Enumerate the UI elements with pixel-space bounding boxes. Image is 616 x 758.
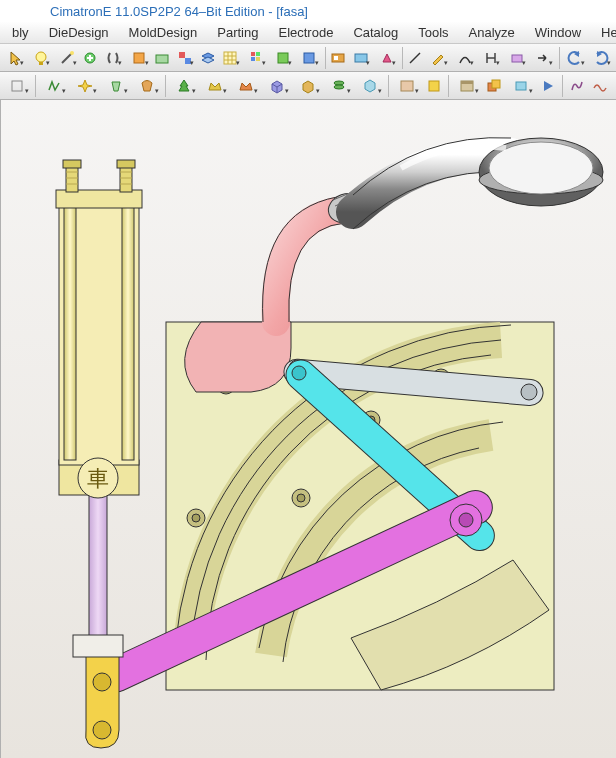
- svg-rect-24: [401, 81, 413, 91]
- layer-icon[interactable]: [483, 75, 505, 97]
- crown-icon[interactable]: [200, 75, 230, 97]
- title-text: CimatronE 11.0SP2P2 64–Bit Edition - [fa…: [50, 4, 308, 19]
- viewport-3d[interactable]: 車: [0, 100, 616, 758]
- toolbar-2: [0, 72, 616, 100]
- cup-icon[interactable]: [101, 75, 131, 97]
- menu-electrode[interactable]: Electrode: [268, 23, 343, 42]
- svg-rect-29: [492, 80, 500, 88]
- svg-rect-27: [461, 81, 473, 84]
- title-bar: CimatronE 11.0SP2P2 64–Bit Edition - [fa…: [0, 0, 616, 22]
- cursor-icon[interactable]: [2, 47, 27, 69]
- menu-assembly[interactable]: bly: [2, 23, 39, 42]
- menu-catalog[interactable]: Catalog: [343, 23, 408, 42]
- menu-molddesign[interactable]: MoldDesign: [119, 23, 208, 42]
- svg-point-50: [459, 513, 473, 527]
- svg-rect-25: [429, 81, 439, 91]
- shower-head: [353, 138, 603, 229]
- lightbulb-icon[interactable]: [28, 47, 53, 69]
- sketch-icon[interactable]: [39, 75, 69, 97]
- svg-rect-6: [156, 55, 168, 63]
- svg-rect-14: [278, 53, 288, 63]
- svg-rect-18: [355, 54, 367, 62]
- piston-rod: [89, 490, 107, 650]
- svg-rect-10: [251, 52, 255, 56]
- view1-icon[interactable]: [328, 47, 347, 69]
- svg-rect-11: [256, 52, 260, 56]
- undo-icon[interactable]: [562, 47, 587, 69]
- color-box-icon[interactable]: [172, 47, 197, 69]
- svg-rect-13: [256, 57, 260, 61]
- svg-point-34: [192, 514, 200, 522]
- svg-point-23: [334, 85, 344, 89]
- box4-icon[interactable]: [423, 75, 445, 97]
- palette-icon[interactable]: [244, 47, 269, 69]
- view3-icon[interactable]: [374, 47, 399, 69]
- box3-icon[interactable]: [392, 75, 422, 97]
- svg-rect-15: [304, 53, 314, 63]
- svg-point-22: [334, 81, 344, 85]
- grid-icon[interactable]: [218, 47, 243, 69]
- play-icon[interactable]: [537, 75, 559, 97]
- wand-icon[interactable]: [54, 47, 79, 69]
- menu-analyze[interactable]: Analyze: [459, 23, 525, 42]
- svg-point-0: [36, 52, 46, 62]
- svg-rect-1: [39, 62, 43, 65]
- rod-end-block: [73, 635, 123, 657]
- svg-rect-7: [179, 52, 185, 58]
- menu-parting[interactable]: Parting: [207, 23, 268, 42]
- pencil-icon[interactable]: [426, 47, 451, 69]
- svg-rect-56: [122, 200, 134, 460]
- face-icon[interactable]: [126, 47, 151, 69]
- curve-icon[interactable]: [452, 47, 477, 69]
- svg-rect-9: [224, 52, 236, 64]
- actuator-assembly: 車: [56, 160, 142, 657]
- bracket-icon[interactable]: [100, 47, 125, 69]
- bracket2-icon[interactable]: [478, 47, 503, 69]
- svg-rect-8: [185, 58, 191, 64]
- toolbar-1: [0, 44, 616, 72]
- svg-rect-55: [64, 200, 76, 460]
- wave-icon[interactable]: [589, 75, 611, 97]
- model-scene: 車: [1, 100, 616, 758]
- spark-icon[interactable]: [70, 75, 100, 97]
- layers-icon[interactable]: [198, 47, 217, 69]
- curve2-icon[interactable]: [566, 75, 588, 97]
- svg-rect-57: [56, 190, 142, 208]
- add-icon[interactable]: [81, 47, 100, 69]
- menu-diedesign[interactable]: DieDesign: [39, 23, 119, 42]
- menu-window[interactable]: Window: [525, 23, 591, 42]
- svg-point-45: [521, 384, 537, 400]
- arrow-icon[interactable]: [530, 47, 555, 69]
- line-icon[interactable]: [406, 47, 425, 69]
- face2-icon[interactable]: [506, 75, 536, 97]
- sel-icon[interactable]: [2, 75, 32, 97]
- svg-rect-21: [12, 81, 22, 91]
- menu-tools[interactable]: Tools: [408, 23, 458, 42]
- svg-rect-17: [334, 56, 338, 60]
- tree-icon[interactable]: [169, 75, 199, 97]
- svg-line-19: [410, 53, 420, 63]
- cup2-icon[interactable]: [132, 75, 162, 97]
- blue-box-icon[interactable]: [296, 47, 321, 69]
- svg-point-38: [297, 494, 305, 502]
- shape-icon[interactable]: [504, 47, 529, 69]
- svg-rect-61: [117, 160, 135, 168]
- cube-icon[interactable]: [262, 75, 292, 97]
- view2-icon[interactable]: [348, 47, 373, 69]
- svg-rect-12: [251, 57, 255, 61]
- stack-icon[interactable]: [324, 75, 354, 97]
- menu-help[interactable]: Help: [591, 23, 616, 42]
- green-box-icon[interactable]: [270, 47, 295, 69]
- svg-rect-58: [66, 166, 78, 192]
- svg-point-47: [292, 366, 306, 380]
- svg-rect-59: [120, 166, 132, 192]
- svg-rect-5: [134, 53, 144, 63]
- cube2-icon[interactable]: [293, 75, 323, 97]
- svg-point-52: [93, 721, 111, 739]
- hex-icon[interactable]: [355, 75, 385, 97]
- crown2-icon[interactable]: [231, 75, 261, 97]
- box-icon[interactable]: [153, 47, 172, 69]
- panel-icon[interactable]: [452, 75, 482, 97]
- menu-bar: bly DieDesign MoldDesign Parting Electro…: [0, 22, 616, 44]
- redo-icon[interactable]: [589, 47, 614, 69]
